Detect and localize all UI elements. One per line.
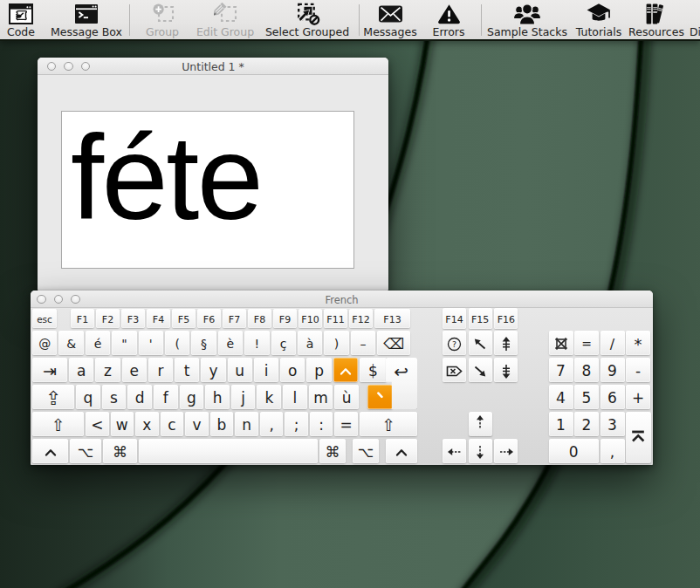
key-r[interactable]: r — [148, 358, 173, 382]
key-grave-dead-key[interactable] — [367, 385, 393, 409]
key-control-right[interactable] — [386, 439, 417, 463]
key-6[interactable]: 6 — [600, 385, 625, 409]
key-F2[interactable]: F2 — [96, 309, 120, 328]
key-v[interactable]: v — [185, 412, 209, 436]
key-f[interactable]: f — [154, 385, 178, 409]
key-3[interactable]: 3 — [600, 412, 625, 436]
key-![interactable]: ! — [244, 331, 269, 355]
key-tab[interactable]: ⇥ — [32, 358, 67, 382]
key-F8[interactable]: F8 — [248, 309, 271, 328]
keyboard-window-titlebar[interactable]: French — [31, 291, 653, 308]
key-F11[interactable]: F11 — [324, 309, 347, 328]
key-arrow-right[interactable] — [494, 439, 518, 463]
key-w[interactable]: w — [111, 412, 134, 436]
text-field[interactable]: féte — [61, 111, 354, 269]
key-a[interactable]: a — [69, 358, 93, 382]
key-ù[interactable]: ù — [334, 385, 359, 409]
key-§[interactable]: § — [191, 331, 216, 355]
key-b[interactable]: b — [210, 412, 234, 436]
toolbar-item-dictionary[interactable]: Dictionary — [665, 2, 700, 38]
key-num-0[interactable]: 0 — [549, 439, 600, 463]
key-minus[interactable]: – — [351, 331, 375, 355]
key-option-right[interactable]: ⌥ — [353, 439, 379, 463]
key-F3[interactable]: F3 — [121, 309, 145, 328]
key-j[interactable]: j — [231, 385, 256, 409]
key-n[interactable]: n — [235, 412, 258, 436]
key-F1[interactable]: F1 — [71, 309, 94, 328]
key-4[interactable]: 4 — [549, 385, 573, 409]
key-arrow-down[interactable] — [469, 439, 492, 463]
key-d[interactable]: d — [127, 385, 152, 409]
key-F12[interactable]: F12 — [349, 309, 373, 328]
key-g[interactable]: g — [180, 385, 204, 409]
key-page-down[interactable] — [494, 358, 518, 382]
key-arrow-left[interactable] — [443, 439, 466, 463]
key-=[interactable]: = — [334, 412, 358, 436]
key-,[interactable]: , — [260, 412, 284, 436]
key-9[interactable]: 9 — [600, 358, 625, 382]
key-2[interactable]: 2 — [574, 412, 599, 436]
key-home[interactable] — [469, 331, 492, 355]
key-c[interactable]: c — [161, 412, 184, 436]
key-o[interactable]: o — [280, 358, 305, 382]
key-backspace[interactable]: ⌫ — [377, 331, 410, 355]
key-F16[interactable]: F16 — [494, 308, 518, 329]
key-&[interactable]: & — [58, 331, 83, 355]
key-'[interactable]: ' — [139, 331, 163, 355]
key-option-left[interactable]: ⌥ — [70, 439, 101, 463]
key-caps-lock[interactable]: ⇪ — [32, 385, 74, 409]
key-z[interactable]: z — [95, 358, 120, 382]
key-l[interactable]: l — [283, 385, 307, 409]
key-([interactable]: ( — [165, 331, 189, 355]
key-control-left[interactable] — [32, 439, 68, 463]
key--[interactable]: - — [626, 358, 650, 382]
key-k[interactable]: k — [257, 385, 281, 409]
key-t[interactable]: t — [175, 358, 199, 382]
key-num-enter[interactable] — [626, 412, 651, 463]
key-F6[interactable]: F6 — [197, 309, 221, 328]
key-u[interactable]: u — [228, 358, 252, 382]
key-è[interactable]: è — [218, 331, 243, 355]
key-p[interactable]: p — [306, 358, 331, 382]
key-<[interactable]: < — [86, 412, 109, 436]
key-esc[interactable]: esc — [32, 309, 57, 328]
key-circumflex-dead-key[interactable] — [333, 358, 358, 382]
key-*[interactable]: * — [626, 331, 650, 355]
key-=[interactable]: = — [574, 331, 599, 355]
key-8[interactable]: 8 — [574, 358, 599, 382]
key-@[interactable]: @ — [32, 331, 57, 355]
key-F13[interactable]: F13 — [374, 309, 410, 328]
key-,[interactable]: , — [600, 439, 625, 463]
key-num-clear[interactable] — [549, 331, 573, 355]
key-space[interactable] — [139, 439, 318, 463]
document-window-titlebar[interactable]: Untitled 1 * — [38, 58, 388, 75]
key-5[interactable]: 5 — [574, 385, 599, 409]
key-F14[interactable]: F14 — [443, 308, 466, 329]
key-F10[interactable]: F10 — [299, 309, 322, 328]
key-1[interactable]: 1 — [549, 412, 573, 436]
key-end[interactable] — [469, 358, 492, 382]
key-F4[interactable]: F4 — [147, 309, 170, 328]
key-arrow-up[interactable] — [469, 412, 492, 436]
key-shift-right[interactable]: ⇧ — [360, 412, 417, 436]
key-:[interactable]: : — [310, 412, 333, 436]
key-q[interactable]: q — [76, 385, 100, 409]
key-shift-left[interactable]: ⇧ — [32, 412, 84, 436]
key-/[interactable]: / — [600, 331, 625, 355]
key-é[interactable]: é — [86, 331, 110, 355]
key-;[interactable]: ; — [285, 412, 308, 436]
key-F9[interactable]: F9 — [273, 309, 297, 328]
key-help[interactable]: ? — [443, 331, 466, 355]
key-y[interactable]: y — [201, 358, 225, 382]
key-F15[interactable]: F15 — [469, 308, 492, 329]
key-command-left[interactable]: ⌘ — [103, 439, 137, 463]
key-i[interactable]: i — [254, 358, 278, 382]
key-x[interactable]: x — [135, 412, 159, 436]
key-h[interactable]: h — [205, 385, 230, 409]
key-ç[interactable]: ç — [271, 331, 296, 355]
key-$[interactable]: $ — [360, 358, 387, 382]
key-page-up[interactable] — [494, 331, 518, 355]
key-delete-forward[interactable] — [443, 358, 466, 382]
key-F5[interactable]: F5 — [172, 309, 196, 328]
key-F7[interactable]: F7 — [223, 309, 246, 328]
